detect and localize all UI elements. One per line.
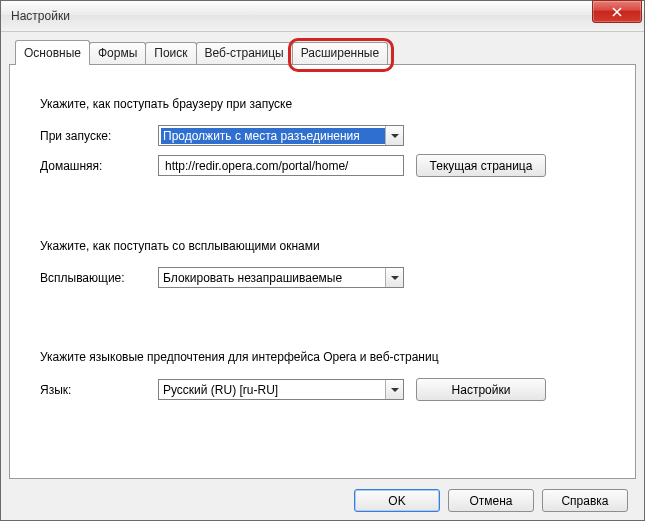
window-title: Настройки [11, 9, 70, 23]
language-row: Язык: Русский (RU) [ru-RU] Настройки [40, 378, 605, 401]
language-combo[interactable]: Русский (RU) [ru-RU] [158, 379, 404, 400]
tab-label: Поиск [154, 46, 187, 60]
language-value: Русский (RU) [ru-RU] [163, 383, 278, 397]
tab-advanced[interactable]: Расширенные [292, 42, 389, 64]
ok-button[interactable]: OK [354, 489, 440, 512]
chevron-down-icon [385, 268, 403, 287]
on-startup-label: При запуске: [40, 129, 158, 143]
client-area: Основные Формы Поиск Веб-страницы Расшир… [1, 32, 644, 520]
close-button[interactable] [592, 0, 642, 23]
tab-general[interactable]: Основные [15, 40, 90, 65]
homepage-input[interactable] [163, 158, 399, 174]
tab-label: Формы [98, 46, 137, 60]
current-page-button[interactable]: Текущая страница [416, 154, 546, 177]
close-icon [612, 7, 622, 17]
settings-window: Настройки Основные Формы Поиск Веб-стран… [0, 0, 645, 521]
tab-strip: Основные Формы Поиск Веб-страницы Расшир… [15, 40, 636, 64]
chevron-down-icon [385, 380, 403, 399]
titlebar: Настройки [1, 1, 644, 32]
homepage-row: Домашняя: Текущая страница [40, 154, 605, 177]
tab-label: Расширенные [301, 46, 380, 60]
language-label: Язык: [40, 383, 158, 397]
help-button[interactable]: Справка [542, 489, 628, 512]
spacer [40, 296, 605, 350]
popups-combo[interactable]: Блокировать незапрашиваемые [158, 267, 404, 288]
homepage-label: Домашняя: [40, 159, 158, 173]
popups-row: Всплывающие: Блокировать незапрашиваемые [40, 267, 605, 288]
cancel-button[interactable]: Отмена [448, 489, 534, 512]
popups-value: Блокировать незапрашиваемые [163, 271, 342, 285]
language-settings-button[interactable]: Настройки [416, 378, 546, 401]
homepage-input-wrap [158, 155, 404, 176]
tab-webpages[interactable]: Веб-страницы [196, 42, 293, 64]
popups-label: Всплывающие: [40, 271, 158, 285]
startup-heading: Укажите, как поступать браузеру при запу… [40, 97, 605, 111]
tab-label: Веб-страницы [205, 46, 284, 60]
dialog-button-bar: OK Отмена Справка [9, 479, 636, 512]
chevron-down-icon [385, 126, 403, 145]
tab-label: Основные [24, 46, 81, 60]
language-heading: Укажите языковые предпочтения для интерф… [40, 350, 605, 364]
general-tab-page: Укажите, как поступать браузеру при запу… [9, 64, 636, 479]
on-startup-value: Продолжить с места разъединения [161, 128, 387, 144]
tab-forms[interactable]: Формы [89, 42, 146, 64]
on-startup-combo[interactable]: Продолжить с места разъединения [158, 125, 404, 146]
tab-search[interactable]: Поиск [145, 42, 196, 64]
popups-heading: Укажите, как поступать со всплывающими о… [40, 239, 605, 253]
startup-row: При запуске: Продолжить с места разъедин… [40, 125, 605, 146]
spacer [40, 185, 605, 239]
